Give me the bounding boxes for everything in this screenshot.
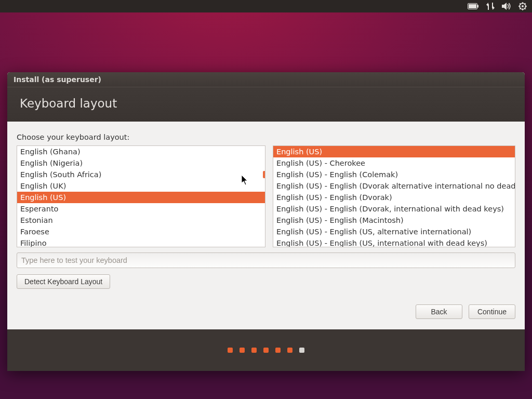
svg-point-6 [522, 5, 524, 7]
list-item[interactable]: English (US) - English (Macintosh) [273, 215, 515, 226]
list-item[interactable]: English (US) - English (Dvorak, internat… [273, 203, 515, 215]
back-button[interactable]: Back [416, 304, 462, 319]
svg-rect-1 [477, 5, 478, 8]
continue-button[interactable]: Continue [469, 304, 515, 319]
network-icon[interactable] [486, 3, 495, 10]
battery-icon[interactable] [468, 3, 479, 9]
page-title: Keyboard layout [7, 87, 525, 122]
list-item[interactable]: English (US) - English (US, internationa… [273, 237, 515, 247]
list-item[interactable]: English (Nigeria) [17, 157, 265, 169]
pager-dot [263, 348, 269, 353]
list-item[interactable]: English (US) - Cherokee [273, 157, 515, 169]
top-menubar [0, 0, 532, 12]
choose-label: Choose your keyboard layout: [17, 133, 515, 141]
power-icon[interactable] [518, 2, 527, 10]
pager-dot [287, 348, 292, 353]
list-item[interactable]: Filipino [17, 237, 265, 247]
list-item[interactable]: English (US) - English (Dvorak alternati… [273, 180, 515, 192]
progress-dots [7, 329, 525, 371]
volume-icon[interactable] [502, 3, 511, 10]
list-item[interactable]: Faroese [17, 226, 265, 237]
list-item[interactable]: English (US) [17, 192, 265, 203]
pager-dot [299, 348, 304, 353]
content-area: Choose your keyboard layout: English (Gh… [7, 122, 525, 329]
installer-window: Install (as superuser) Keyboard layout C… [7, 72, 525, 371]
svg-rect-4 [492, 3, 493, 8]
pager-dot [240, 348, 245, 353]
svg-rect-2 [469, 4, 476, 8]
pager-dot [251, 348, 257, 353]
list-item[interactable]: English (Ghana) [17, 146, 265, 157]
list-item[interactable]: Estonian [17, 215, 265, 226]
layout-lists: English (Ghana)English (Nigeria)English … [17, 145, 515, 247]
list-item[interactable]: English (South Africa) [17, 169, 265, 180]
svg-rect-3 [488, 4, 489, 10]
nav-button-row: Back Continue [17, 304, 515, 319]
list-item[interactable]: English (US) - English (US, alternative … [273, 226, 515, 237]
scrollbar-thumb[interactable] [263, 171, 265, 178]
list-item[interactable]: Esperanto [17, 203, 265, 215]
pager-dot [275, 348, 281, 353]
detect-keyboard-button[interactable]: Detect Keyboard Layout [17, 274, 110, 289]
list-item[interactable]: English (US) - English (Dvorak) [273, 192, 515, 203]
list-item[interactable]: English (UK) [17, 180, 265, 192]
list-item[interactable]: English (US) - English (Colemak) [273, 169, 515, 180]
window-title: Install (as superuser) [7, 72, 525, 87]
language-listbox[interactable]: English (Ghana)English (Nigeria)English … [17, 145, 265, 247]
variant-listbox[interactable]: English (US)English (US) - CherokeeEngli… [273, 145, 515, 247]
test-keyboard-input[interactable] [17, 252, 515, 268]
pager-dot [228, 348, 233, 353]
list-item[interactable]: English (US) [273, 146, 515, 157]
